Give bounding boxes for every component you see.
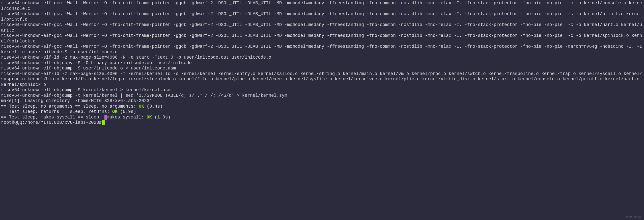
compile-output-initcode: riscv64-unknown-elf-gcc -Wall -Werror -O… — [1, 44, 643, 55]
test-ok-status: OK — [112, 109, 118, 114]
test-prefix: == Test sleep, no arguments == sleep, no… — [1, 104, 139, 109]
test-time: (0.9s) — [118, 109, 136, 114]
cursor-icon — [102, 120, 105, 125]
test-result-2: == Test sleep, returns == sleep, returns… — [1, 109, 643, 115]
objcopy-output-initcode: riscv64-unknown-elf-objcopy -S -O binary… — [1, 60, 643, 66]
ld-output-kernel: riscv64-unknown-elf-ld -z max-page-size=… — [1, 71, 643, 88]
compile-output-printf: riscv64-unknown-elf-gcc -Wall -Werror -O… — [1, 11, 643, 22]
shell-prompt: root@QQQ:/home/MIT6.828/xv6-labs-2023# — [1, 120, 102, 126]
test-prefix: == Test sleep, returns == sleep, returns… — [1, 109, 112, 114]
secondary-cursor-icon — [104, 115, 107, 120]
test-mid: makes syscall: — [107, 115, 147, 120]
test-time: (3.4s) — [144, 104, 163, 109]
watermark-text: CSDN @QQQ_ — [626, 216, 642, 219]
test-ok-status: OK — [139, 104, 144, 109]
test-time: (1.0s) — [152, 115, 171, 120]
objdump-output-sym: riscv64-unknown-elf-objdump -t kernel/ke… — [1, 93, 643, 99]
objdump-output-kernel: riscv64-unknown-elf-objdump -S kernel/ke… — [1, 87, 643, 93]
compile-output-spinlock: riscv64-unknown-elf-gcc -Wall -Werror -O… — [1, 33, 643, 44]
test-result-3: == Test sleep, makes syscall == sleep, m… — [1, 115, 643, 120]
compile-output-console: riscv64-unknown-elf-gcc -Wall -Werror -O… — [1, 1, 643, 11]
test-ok-status: OK — [147, 115, 152, 120]
test-prefix: == Test sleep, makes syscall == sleep, — [1, 115, 104, 120]
shell-prompt-line[interactable]: root@QQQ:/home/MIT6.828/xv6-labs-2023# — [1, 120, 643, 126]
ld-output-initcode: riscv64-unknown-elf-ld -z max-page-size=… — [1, 55, 643, 60]
make-leaving-output: make[1]: Leaving directory '/home/MIT6.8… — [1, 98, 643, 104]
terminal-output[interactable]: riscv64-unknown-elf-gcc -Wall -Werror -O… — [1, 1, 643, 126]
compile-output-uart: riscv64-unknown-elf-gcc -Wall -Werror -O… — [1, 22, 643, 33]
objdump-output-initcode: riscv64-unknown-elf-objdump -S user/init… — [1, 66, 643, 71]
test-result-1: == Test sleep, no arguments == sleep, no… — [1, 104, 643, 109]
